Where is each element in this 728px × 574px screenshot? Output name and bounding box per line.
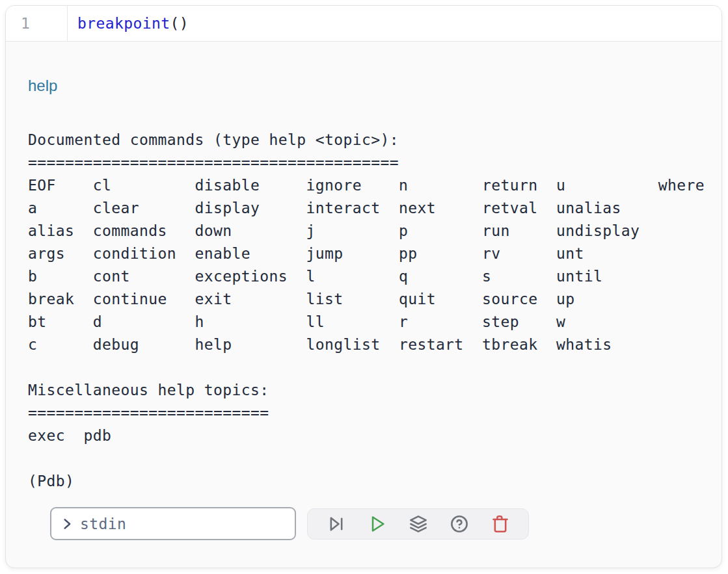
step-forward-button[interactable] (316, 509, 357, 539)
code-editor: 1 breakpoint() (6, 6, 721, 42)
stdin-input[interactable] (80, 515, 286, 532)
code-token-punctuation: () (170, 15, 189, 32)
layers-icon (409, 515, 427, 533)
pdb-help-output: Documented commands (type help <topic>):… (28, 129, 708, 493)
terminal-input-echo: help (28, 75, 708, 96)
line-number: 1 (21, 15, 30, 32)
stdin-input-box[interactable] (50, 507, 296, 540)
terminal-controls (50, 507, 708, 540)
clear-button[interactable] (479, 509, 520, 539)
line-number-gutter: 1 (6, 6, 68, 41)
help-button[interactable] (438, 509, 479, 539)
trash-icon (491, 515, 509, 533)
chevron-right-icon (61, 517, 74, 530)
play-icon (368, 515, 386, 533)
ide-card: 1 breakpoint() help Documented commands … (5, 5, 722, 568)
stack-button[interactable] (398, 509, 438, 539)
skip-forward-icon (327, 515, 345, 533)
run-button[interactable] (357, 509, 398, 539)
debugger-toolbar (307, 508, 529, 540)
code-line[interactable]: breakpoint() (68, 6, 189, 41)
code-token-builtin: breakpoint (77, 15, 170, 32)
help-circle-icon (450, 515, 468, 533)
terminal-output-area: help Documented commands (type help <top… (6, 42, 721, 540)
